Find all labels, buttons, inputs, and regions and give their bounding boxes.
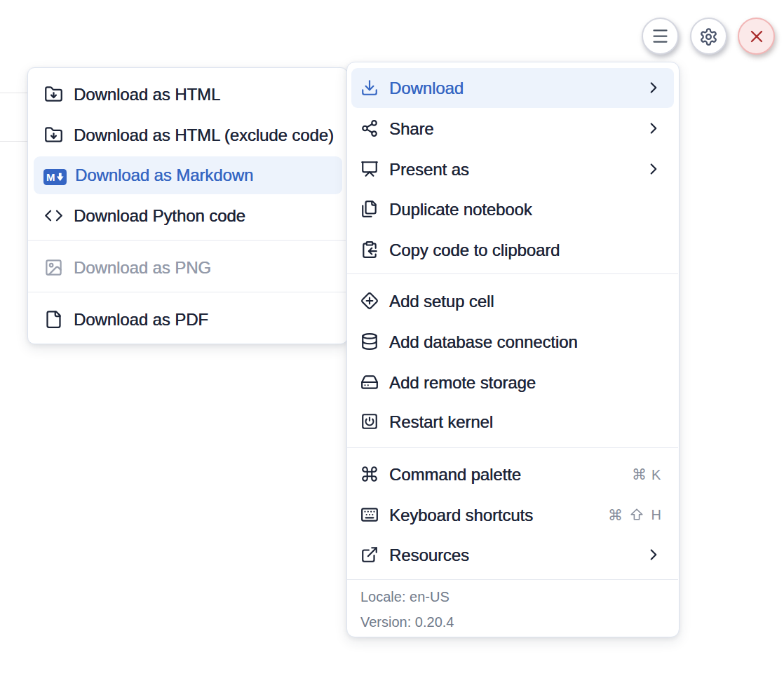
svg-text:M: M <box>46 171 55 183</box>
